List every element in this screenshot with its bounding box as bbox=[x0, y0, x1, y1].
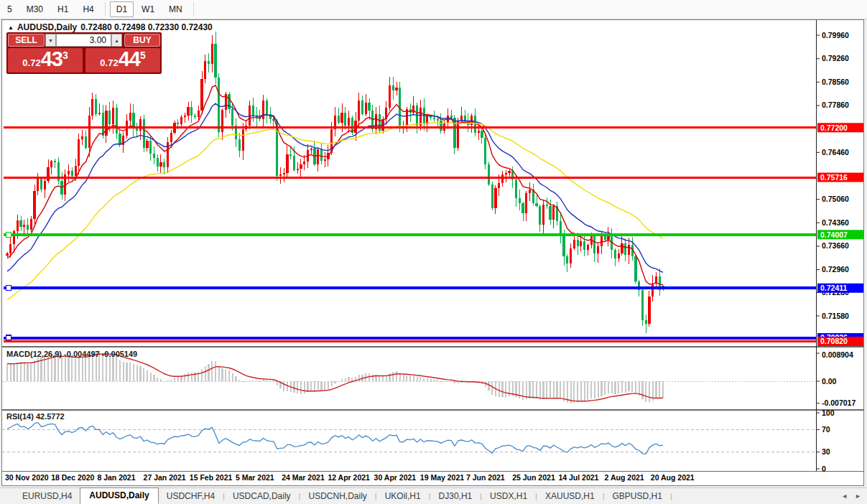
volume-decrease-button[interactable]: ▼ bbox=[45, 34, 56, 47]
macd-bar bbox=[287, 381, 288, 391]
chart-collapse-icon[interactable]: ▲ bbox=[8, 24, 14, 31]
tab-scroll-left-icon[interactable]: ◄ bbox=[841, 493, 848, 500]
tab-dj30-h1[interactable]: DJ30,H1 bbox=[431, 489, 481, 503]
candle-body bbox=[149, 141, 152, 154]
panel-separator bbox=[2, 346, 863, 347]
macd-bar bbox=[419, 377, 421, 381]
macd-axis-tick: 0.00 bbox=[822, 377, 837, 386]
macd-bar bbox=[65, 357, 66, 381]
buy-price-display[interactable]: 0.72445 bbox=[85, 48, 160, 73]
tab-usdx-h1[interactable]: USDX,H1 bbox=[482, 489, 535, 503]
candle-body bbox=[238, 139, 241, 151]
candle-body bbox=[81, 136, 83, 139]
macd-bar bbox=[328, 381, 329, 389]
macd-bar bbox=[297, 381, 298, 393]
chart-canvas[interactable]: 0.799600.792600.785600.778600.764600.750… bbox=[2, 20, 863, 485]
macd-bar bbox=[116, 357, 117, 381]
macd-bar bbox=[174, 378, 175, 381]
candle-body bbox=[338, 116, 340, 122]
candle-body bbox=[340, 113, 343, 123]
macd-bar bbox=[499, 381, 500, 397]
timeframe-button-w1[interactable]: W1 bbox=[135, 1, 161, 17]
candle-body bbox=[23, 225, 25, 227]
price-hline bbox=[4, 286, 816, 289]
date-axis-label: 8 Jan 2021 bbox=[97, 473, 135, 482]
tab-scroll-right-icon[interactable]: ► bbox=[855, 493, 861, 500]
candle-body bbox=[293, 156, 295, 170]
macd-bar bbox=[143, 368, 144, 381]
macd-bar bbox=[563, 381, 565, 401]
candle-body bbox=[78, 139, 80, 166]
volume-input[interactable] bbox=[56, 34, 111, 47]
macd-bar bbox=[6, 364, 8, 381]
candle-body bbox=[44, 181, 46, 190]
sell-button[interactable]: SELL bbox=[8, 34, 45, 47]
candle-body bbox=[593, 236, 595, 253]
tab-eurusd-h4[interactable]: EURUSD,H4 bbox=[14, 489, 80, 503]
candle-body bbox=[266, 101, 268, 114]
tab-ukoil-h1[interactable]: UKOil,H1 bbox=[377, 489, 429, 503]
macd-bar bbox=[594, 381, 595, 398]
tab-gbpusd-h1[interactable]: GBPUSD,H1 bbox=[605, 489, 670, 503]
timeframe-button-m30[interactable]: M30 bbox=[20, 1, 50, 17]
timeframe-button-h1[interactable]: H1 bbox=[51, 1, 75, 17]
macd-bar bbox=[139, 366, 141, 381]
one-click-trade-panel: SELL ▼ ▲ BUY 0.72433 0.72445 bbox=[6, 32, 162, 74]
candle-body bbox=[200, 79, 203, 111]
candle-body bbox=[618, 253, 620, 258]
timeframe-button-5[interactable]: 5 bbox=[1, 1, 19, 17]
macd-bar bbox=[61, 356, 62, 381]
tab-audusd-daily[interactable]: AUDUSD,Daily bbox=[80, 487, 158, 504]
date-axis-label: 30 Nov 2020 bbox=[5, 473, 49, 482]
macd-bar bbox=[598, 381, 599, 398]
candle-body bbox=[478, 131, 480, 132]
candle-body bbox=[27, 225, 29, 230]
timeframe-button-d1[interactable]: D1 bbox=[110, 1, 134, 17]
candle-body bbox=[457, 121, 459, 147]
candle-body bbox=[621, 243, 623, 253]
macd-bar bbox=[277, 381, 278, 386]
date-axis-label: 14 Jul 2021 bbox=[558, 473, 598, 482]
candle-body bbox=[139, 119, 142, 131]
macd-bar bbox=[324, 381, 325, 390]
candle-body bbox=[358, 101, 360, 121]
macd-bar bbox=[153, 375, 154, 381]
candle-body bbox=[242, 129, 244, 151]
date-axis-label: 12 Apr 2021 bbox=[328, 473, 370, 482]
tab-usdcad-daily[interactable]: USDCAD,Daily bbox=[225, 489, 299, 503]
timeframe-button-mn[interactable]: MN bbox=[162, 1, 189, 17]
tab-usdcnh-daily[interactable]: USDCNH,Daily bbox=[300, 489, 374, 503]
macd-bar bbox=[403, 375, 404, 381]
macd-bar bbox=[618, 381, 619, 393]
tab-usdchf-h4[interactable]: USDCHF,H4 bbox=[159, 489, 223, 503]
candle-body bbox=[560, 221, 562, 235]
date-axis-label: 24 Mar 2021 bbox=[282, 473, 325, 482]
candle-body bbox=[310, 149, 312, 150]
panel-separator bbox=[2, 409, 863, 411]
volume-increase-button[interactable]: ▲ bbox=[111, 34, 122, 47]
macd-bar bbox=[345, 378, 346, 381]
candle-body bbox=[519, 198, 521, 203]
tab-xauusd-h1[interactable]: XAUUSD,H1 bbox=[537, 489, 603, 503]
timeframe-button-h4[interactable]: H4 bbox=[76, 1, 100, 17]
date-axis-label: 25 Jun 2021 bbox=[512, 473, 555, 482]
macd-bar bbox=[522, 381, 524, 400]
candle-body bbox=[54, 161, 56, 162]
candle-body bbox=[108, 111, 111, 124]
sell-price-display[interactable]: 0.72433 bbox=[8, 48, 83, 73]
price-axis-tick: 0.73660 bbox=[822, 241, 849, 250]
candle-body bbox=[529, 190, 531, 193]
candle-body bbox=[159, 162, 162, 167]
macd-bar bbox=[447, 381, 448, 382]
tab-separator: | bbox=[670, 492, 672, 500]
candle-body bbox=[535, 203, 537, 207]
macd-bar bbox=[649, 381, 650, 402]
candle-body bbox=[580, 241, 582, 246]
macd-bar bbox=[215, 361, 216, 381]
candle-body bbox=[262, 101, 264, 119]
macd-bar bbox=[614, 381, 616, 394]
macd-bar bbox=[252, 381, 254, 381]
macd-bar bbox=[133, 364, 134, 381]
candle-body bbox=[628, 245, 630, 255]
buy-button[interactable]: BUY bbox=[124, 34, 160, 47]
